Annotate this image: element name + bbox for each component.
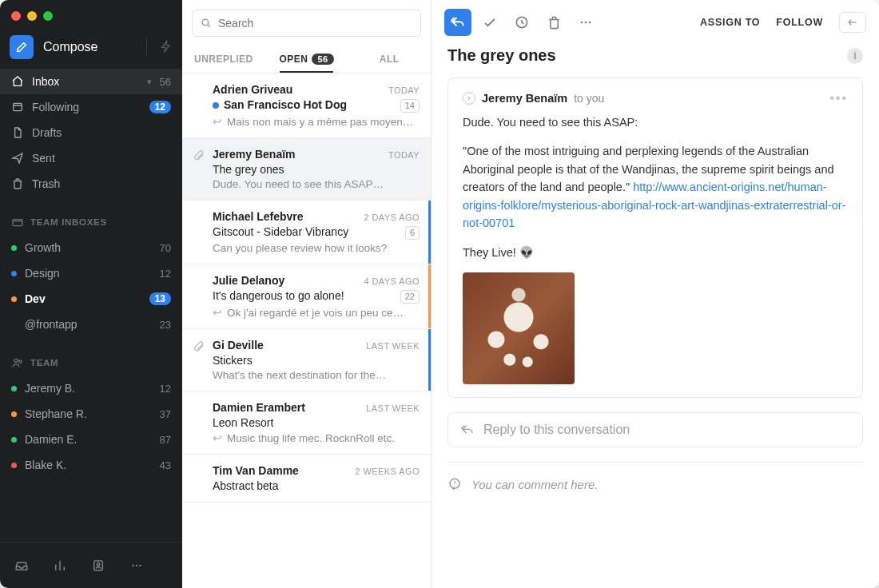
message-image-attachment[interactable] (463, 272, 575, 384)
presence-dot (11, 437, 17, 443)
nav-item-label: Damien E. (25, 433, 152, 446)
expand-recipients-icon[interactable] (463, 92, 475, 105)
message-paragraph: Dude. You need to see this ASAP: (463, 113, 848, 131)
search-icon (200, 17, 212, 32)
home-icon (11, 75, 24, 88)
more-icon[interactable] (129, 558, 144, 573)
attachment-icon (193, 210, 205, 254)
sent-icon (11, 152, 24, 165)
thread-count-badge: 14 (400, 99, 420, 113)
thread-accent (428, 329, 431, 391)
window-titlebar (0, 0, 182, 32)
nav-item-trash[interactable]: Trash (0, 171, 182, 197)
tab-all[interactable]: ALL (348, 54, 431, 73)
svg-point-3 (19, 360, 22, 363)
thread-item[interactable]: Gi DevilleLAST WEEKStickersWhat's the ne… (182, 329, 431, 391)
team-member-item[interactable]: Jeremy B.12 (0, 375, 182, 401)
main-nav: Inbox▾56Following12DraftsSentTrash (0, 69, 182, 197)
thread-count-badge: 22 (400, 290, 420, 304)
team-header: TEAM (0, 337, 182, 375)
unread-dot (213, 102, 219, 109)
follow-button[interactable]: FOLLOW (776, 17, 823, 28)
thread-item[interactable]: Tim Van Damme2 WEEKS AGOAbstract beta (182, 455, 431, 503)
trash-button[interactable] (540, 9, 567, 36)
reply-arrow-icon: ↩ (213, 431, 222, 444)
team-inbox-item[interactable]: Dev13 (0, 286, 182, 312)
thread-sender: Adrien Griveau (213, 83, 292, 96)
window-close-button[interactable] (11, 11, 21, 21)
reply-placeholder: Reply to this conversation (483, 423, 630, 437)
inbox-footer-icon[interactable] (14, 558, 29, 573)
nav-item-inbox[interactable]: Inbox▾56 (0, 69, 182, 94)
conversation-subject: The grey ones (447, 46, 847, 65)
reply-input[interactable]: Reply to this conversation (447, 412, 863, 447)
window-zoom-button[interactable] (43, 11, 53, 21)
team-inbox-item[interactable]: Growth70 (0, 235, 182, 260)
thread-item[interactable]: Jeremy BenaïmTODAYThe grey onesDude. You… (182, 138, 431, 201)
list-tabs: UNREPLIED OPEN56 ALL (182, 42, 431, 74)
more-actions-button[interactable] (572, 9, 599, 36)
window-minimize-button[interactable] (27, 11, 37, 21)
snooze-button[interactable] (508, 9, 535, 36)
thread-sender: Tim Van Damme (213, 464, 299, 477)
team-inboxes-nav: Growth70Design12Dev13@frontapp23 (0, 235, 182, 337)
thread-preview: Dude. You need to see this ASAP… (213, 178, 420, 190)
comment-input[interactable]: You can comment here. (432, 472, 879, 506)
following-icon (11, 101, 24, 113)
search-input[interactable] (192, 10, 421, 37)
thread-item[interactable]: Julie Delanoy4 DAYS AGOIt's dangerous to… (182, 264, 431, 329)
assign-to-button[interactable]: ASSIGN TO (700, 17, 760, 28)
message-paragraph: "One of the most intriguing and perplexi… (463, 142, 848, 232)
thread-sender: Michael Lefebvre (213, 210, 304, 223)
bolt-icon[interactable] (160, 40, 173, 55)
thread-sender: Gi Deville (213, 339, 264, 352)
nav-item-label: Stephane R. (25, 407, 152, 420)
tab-open[interactable]: OPEN56 (265, 54, 348, 73)
team-member-item[interactable]: Damien E.87 (0, 427, 182, 452)
compose-label: Compose (43, 40, 97, 54)
thread-item[interactable]: Adrien GriveauTODAYSan Francisco Hot Dog… (182, 74, 431, 138)
svg-point-2 (14, 359, 18, 362)
thread-time: 4 DAYS AGO (364, 276, 420, 286)
attachment-icon (193, 148, 205, 190)
nav-item-following[interactable]: Following12 (0, 94, 182, 120)
drafts-icon (11, 126, 24, 139)
svg-point-11 (581, 22, 583, 24)
tab-unreplied[interactable]: UNREPLIED (182, 54, 265, 73)
message-card: Jeremy Benaïm to you ••• Dude. You need … (447, 77, 863, 398)
team-inbox-item[interactable]: Design12 (0, 260, 182, 286)
contacts-icon[interactable] (91, 558, 105, 573)
thread-subject: Leon Resort (213, 416, 273, 429)
reply-arrow-icon: ↩ (213, 115, 222, 128)
nav-item-label: Sent (32, 152, 171, 165)
chevron-down-icon: ▾ (147, 77, 152, 87)
compose-button[interactable]: Compose (10, 35, 133, 59)
team-inbox-item[interactable]: @frontapp23 (0, 312, 182, 337)
tab-open-count: 56 (312, 54, 333, 65)
team-member-item[interactable]: Blake K.43 (0, 452, 182, 478)
thread-preview: ↩Ok j'ai regardé et je vois un peu ce… (213, 306, 420, 319)
thread-sender: Jeremy Benaïm (213, 148, 296, 161)
expand-collapse-button[interactable] (839, 12, 866, 33)
item-count: 12 (160, 383, 171, 395)
message-from: Jeremy Benaïm (482, 92, 567, 105)
analytics-icon[interactable] (53, 558, 67, 573)
thread-accent (428, 264, 431, 328)
message-body: Dude. You need to see this ASAP: "One of… (463, 113, 848, 384)
nav-item-label: Jeremy B. (25, 382, 152, 395)
item-count: 43 (160, 459, 171, 471)
presence-dot (11, 411, 17, 417)
info-icon[interactable]: i (847, 48, 863, 64)
reply-button[interactable] (444, 9, 471, 36)
nav-item-drafts[interactable]: Drafts (0, 120, 182, 145)
message-more-icon[interactable]: ••• (829, 91, 848, 105)
thread-item[interactable]: Michael Lefebvre2 DAYS AGOGitscout - Sid… (182, 201, 431, 264)
thread-subject: Gitscout - Sidebar Vibrancy (213, 225, 348, 238)
presence-dot (11, 463, 17, 468)
nav-item-label: @frontapp (25, 318, 152, 331)
thread-item[interactable]: Damien ErambertLAST WEEKLeon Resort↩Musi… (182, 391, 431, 455)
team-member-item[interactable]: Stephane R.37 (0, 401, 182, 427)
archive-button[interactable] (476, 9, 503, 36)
thread-subject: San Francisco Hot Dog (213, 98, 347, 111)
nav-item-sent[interactable]: Sent (0, 145, 182, 171)
